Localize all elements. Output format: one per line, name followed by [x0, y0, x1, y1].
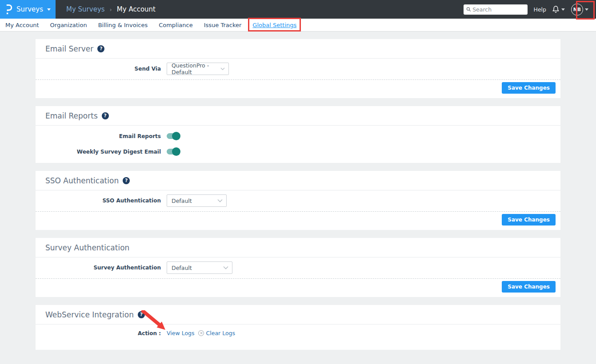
chevron-down-icon	[220, 67, 225, 71]
save-changes-button[interactable]: Save Changes	[502, 82, 556, 94]
tab-organization[interactable]: Organization	[50, 22, 87, 28]
email-reports-header: Email Reports ?	[36, 106, 560, 126]
email-server-card: Email Server ? Send Via QuestionPro - De…	[36, 39, 560, 98]
survey-authentication-row: Survey Authentication Default	[36, 257, 560, 278]
section-title: Survey Authentication	[45, 243, 129, 252]
weekly-digest-toggle[interactable]	[167, 149, 180, 154]
search-input[interactable]	[472, 6, 524, 13]
account-tabs: My Account Organization Billing & Invoic…	[0, 19, 596, 32]
email-server-footer: Save Changes	[36, 80, 560, 98]
section-title: Email Reports	[45, 111, 98, 120]
send-via-select[interactable]: QuestionPro - Default	[167, 63, 229, 75]
questionpro-logo-icon	[5, 4, 12, 15]
clear-logs-label: Clear Logs	[206, 330, 235, 336]
tab-issue-tracker[interactable]: Issue Tracker	[204, 22, 242, 28]
breadcrumb: My Surveys › My Account	[66, 5, 156, 13]
email-reports-card: Email Reports ? Email Reports Weekly Sur…	[36, 106, 560, 163]
toggle-knob	[172, 147, 180, 156]
clear-circle-icon: ×	[198, 330, 204, 336]
chevron-down-icon	[585, 8, 588, 11]
clear-logs-link[interactable]: × Clear Logs	[198, 330, 235, 336]
action-links: View Logs × Clear Logs	[167, 330, 235, 336]
weekly-digest-label: Weekly Survey Digest Email	[36, 149, 161, 155]
user-menu[interactable]: NB	[571, 4, 588, 16]
sso-authentication-label: SSO Authentication	[36, 198, 161, 204]
top-bar: Surveys My Surveys › My Account Help NB	[0, 0, 596, 19]
product-name: Surveys	[16, 5, 43, 13]
email-server-header: Email Server ?	[36, 39, 560, 59]
survey-authentication-footer: Save Changes	[36, 279, 560, 297]
sso-authentication-value: Default	[172, 198, 192, 204]
webservice-integration-card: WebService Integration ? Action : View L…	[36, 305, 560, 350]
section-title: Email Server	[45, 44, 93, 53]
help-circle-icon[interactable]: ?	[102, 112, 109, 119]
section-title: SSO Authentication	[45, 176, 119, 185]
sso-authentication-card: SSO Authentication ? SSO Authentication …	[36, 171, 560, 230]
section-title: WebService Integration	[45, 310, 134, 319]
avatar[interactable]: NB	[571, 4, 583, 16]
tab-global-settings[interactable]: Global Settings	[252, 22, 296, 28]
search-icon	[466, 7, 471, 12]
survey-authentication-header: Survey Authentication	[36, 238, 560, 257]
survey-authentication-label: Survey Authentication	[36, 265, 161, 271]
email-reports-body: Email Reports Weekly Survey Digest Email	[36, 126, 560, 163]
sso-authentication-select[interactable]: Default	[167, 194, 227, 207]
help-link[interactable]: Help	[534, 6, 547, 13]
sso-authentication-row: SSO Authentication Default	[36, 190, 560, 211]
send-via-value: QuestionPro - Default	[172, 62, 220, 75]
send-via-label: Send Via	[36, 66, 161, 72]
weekly-digest-toggle-row: Weekly Survey Digest Email	[36, 144, 560, 159]
send-via-row: Send Via QuestionPro - Default	[36, 59, 560, 79]
global-settings-page: Email Server ? Send Via QuestionPro - De…	[0, 32, 596, 350]
chevron-down-icon	[217, 199, 223, 202]
tab-billing-invoices[interactable]: Billing & Invoices	[98, 22, 148, 28]
sso-authentication-header: SSO Authentication ?	[36, 171, 560, 190]
action-label: Action :	[36, 330, 161, 336]
help-circle-icon[interactable]: ?	[97, 45, 104, 52]
survey-authentication-select[interactable]: Default	[167, 261, 232, 274]
breadcrumb-separator: ›	[110, 6, 112, 13]
save-changes-button[interactable]: Save Changes	[502, 214, 556, 226]
breadcrumb-current-page: My Account	[117, 5, 156, 13]
email-reports-toggle[interactable]	[167, 133, 180, 139]
toggle-knob	[172, 132, 180, 140]
tab-global-settings-label: Global Settings	[252, 22, 296, 28]
chevron-down-icon	[223, 266, 228, 269]
view-logs-link[interactable]: View Logs	[167, 330, 194, 336]
bell-icon	[552, 5, 560, 13]
survey-authentication-value: Default	[172, 265, 192, 271]
topbar-actions: Help NB	[464, 4, 592, 16]
help-circle-icon[interactable]: ?	[123, 177, 130, 184]
webservice-action-row: Action : View Logs × Clear Logs	[36, 324, 560, 350]
chevron-down-icon	[47, 8, 51, 11]
sso-authentication-footer: Save Changes	[36, 212, 560, 230]
tab-compliance[interactable]: Compliance	[159, 22, 193, 28]
breadcrumb-my-surveys[interactable]: My Surveys	[66, 5, 105, 13]
webservice-integration-header: WebService Integration ?	[36, 305, 560, 324]
product-switcher[interactable]: Surveys	[0, 0, 56, 19]
email-reports-toggle-row: Email Reports	[36, 128, 560, 144]
save-changes-button[interactable]: Save Changes	[502, 281, 556, 293]
chevron-down-icon	[561, 8, 565, 11]
notifications-menu[interactable]	[552, 5, 565, 13]
survey-authentication-card: Survey Authentication Survey Authenticat…	[36, 238, 560, 297]
help-circle-icon[interactable]: ?	[138, 311, 145, 318]
tab-my-account[interactable]: My Account	[5, 22, 39, 28]
search-box[interactable]	[464, 4, 528, 15]
email-reports-label: Email Reports	[36, 133, 161, 139]
